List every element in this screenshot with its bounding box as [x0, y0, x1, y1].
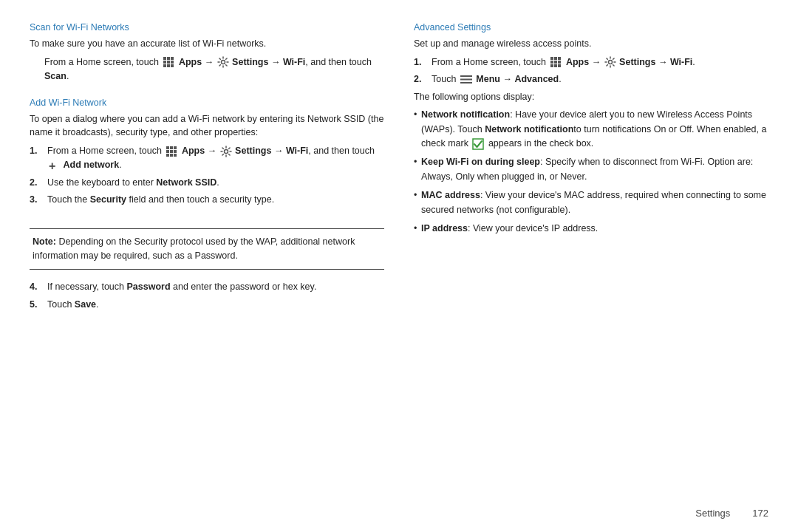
step-5: 5. Touch Save. [30, 298, 384, 312]
scan-then: , and then touch [305, 57, 372, 67]
svg-rect-0 [163, 57, 166, 60]
adv-step2-content: Touch Menu → Advanced. [432, 72, 562, 86]
bullet4-content: IP address: View your device's IP addres… [421, 222, 598, 236]
scan-instruction: From a Home screen, touch [44, 55, 384, 84]
svg-rect-4 [167, 61, 170, 64]
svg-rect-16 [166, 154, 169, 157]
adv-step2-num: 2. [414, 72, 429, 86]
scan-label: Scan [44, 71, 66, 81]
svg-point-19 [224, 149, 228, 153]
bullet2-content: Keep Wi-Fi on during sleep: Specify when… [421, 155, 768, 184]
svg-rect-15 [174, 150, 177, 153]
svg-rect-1 [167, 57, 170, 60]
svg-rect-10 [166, 146, 169, 149]
scan-intro: To make sure you have an accurate list o… [30, 37, 384, 51]
scan-from-text: From a Home screen, touch [44, 57, 159, 67]
add-section: Add Wi-Fi Network To open a dialog where… [30, 98, 384, 211]
right-column: Advanced Settings Set up and manage wire… [414, 22, 768, 517]
scan-arrow2: → [271, 57, 283, 67]
add-step-3: 3. Touch the Security field and then tou… [30, 193, 384, 207]
step1-num: 1. [30, 144, 44, 158]
svg-rect-24 [554, 61, 557, 64]
svg-rect-27 [554, 64, 557, 67]
step5-content: Touch Save. [47, 298, 99, 312]
scan-settings-label: Settings [232, 57, 268, 67]
scan-wifi-label: Wi-Fi [283, 57, 305, 67]
footer: Settings 172 [695, 508, 768, 519]
svg-rect-21 [554, 57, 557, 60]
footer-label: Settings [695, 508, 730, 519]
adv-step-2: 2. Touch Menu → Advanced. [414, 72, 768, 86]
gear-icon-adv [604, 56, 616, 68]
add-step-2: 2. Use the keyboard to enter Network SSI… [30, 176, 384, 190]
footer-page: 172 [752, 508, 768, 519]
advanced-steps-list: 1. From a Home screen, touch [414, 55, 768, 87]
add-intro: To open a dialog where you can add a Wi-… [30, 112, 384, 140]
bullet-mac-address: MAC address: View your device's MAC addr… [414, 188, 768, 217]
advanced-section-title: Advanced Settings [414, 22, 768, 33]
step5-num: 5. [30, 298, 44, 312]
bullet1-content: Network notification: Have your device a… [421, 108, 768, 151]
step2-num: 2. [30, 176, 44, 190]
svg-rect-2 [171, 57, 174, 60]
grid-icon-adv [550, 56, 562, 68]
svg-rect-7 [167, 64, 170, 67]
grid-icon [163, 56, 174, 68]
bullet3-content: MAC address: View your device's MAC addr… [421, 188, 768, 217]
scan-section: Scan for Wi-Fi Networks To make sure you… [30, 22, 384, 87]
advanced-intro: Set up and manage wireless access points… [414, 37, 768, 51]
gear-icon [217, 56, 229, 68]
step2-content: Use the keyboard to enter Network SSID. [47, 176, 219, 190]
svg-point-9 [221, 61, 225, 64]
step4-num: 4. [30, 280, 44, 294]
svg-rect-25 [558, 61, 561, 64]
add-steps-list: 1. From a Home screen, touch [30, 144, 384, 208]
step1-content: From a Home screen, touch [47, 144, 384, 173]
add-section-title: Add Wi-Fi Network [30, 98, 384, 108]
step-4: 4. If necessary, touch Password and ente… [30, 280, 384, 294]
after-note-steps: 4. If necessary, touch Password and ente… [30, 280, 384, 315]
step4-content: If necessary, touch Password and enter t… [47, 280, 316, 294]
svg-rect-31 [460, 79, 472, 81]
svg-rect-14 [170, 150, 173, 153]
svg-rect-18 [174, 154, 177, 157]
svg-rect-11 [170, 146, 173, 149]
plus-icon: + [49, 160, 59, 171]
add-step-1: 1. From a Home screen, touch [30, 144, 384, 173]
following-options-text: The following options display: [414, 90, 768, 104]
svg-rect-26 [550, 64, 553, 67]
svg-rect-3 [163, 61, 166, 64]
bullet-keep-wifi: Keep Wi-Fi on during sleep: Specify when… [414, 155, 768, 184]
checkmark-icon [472, 138, 484, 150]
svg-rect-12 [174, 146, 177, 149]
svg-rect-17 [170, 154, 173, 157]
advanced-section: Advanced Settings Set up and manage wire… [414, 22, 768, 240]
svg-rect-5 [171, 61, 174, 64]
adv-step-1: 1. From a Home screen, touch [414, 55, 768, 69]
step3-content: Touch the Security field and then touch … [47, 193, 274, 207]
scan-apps-label: Apps [179, 57, 202, 67]
grid-icon-step1 [166, 146, 177, 157]
left-column: Scan for Wi-Fi Networks To make sure you… [30, 22, 384, 517]
note-box: Note: Depending on the Security protocol… [30, 228, 384, 270]
gear-icon-step1 [220, 146, 232, 157]
svg-rect-30 [460, 75, 472, 77]
scan-arrow1: → [205, 57, 216, 67]
svg-rect-20 [550, 57, 553, 60]
adv-step1-content: From a Home screen, touch [432, 55, 695, 69]
advanced-bullets-list: Network notification: Have your device a… [414, 108, 768, 236]
note-text: Depending on the Security protocol used … [33, 236, 355, 261]
adv-step1-num: 1. [414, 55, 429, 69]
step3-num: 3. [30, 193, 44, 207]
svg-rect-6 [163, 64, 166, 67]
bullet-ip-address: IP address: View your device's IP addres… [414, 222, 768, 236]
svg-rect-22 [558, 57, 561, 60]
svg-rect-8 [171, 64, 174, 67]
menu-icon [460, 75, 472, 84]
svg-point-29 [608, 61, 612, 64]
bullet-network-notification: Network notification: Have your device a… [414, 108, 768, 151]
svg-rect-23 [550, 61, 553, 64]
note-label: Note: [33, 236, 56, 247]
scan-section-title: Scan for Wi-Fi Networks [30, 22, 384, 33]
svg-rect-32 [460, 82, 472, 83]
